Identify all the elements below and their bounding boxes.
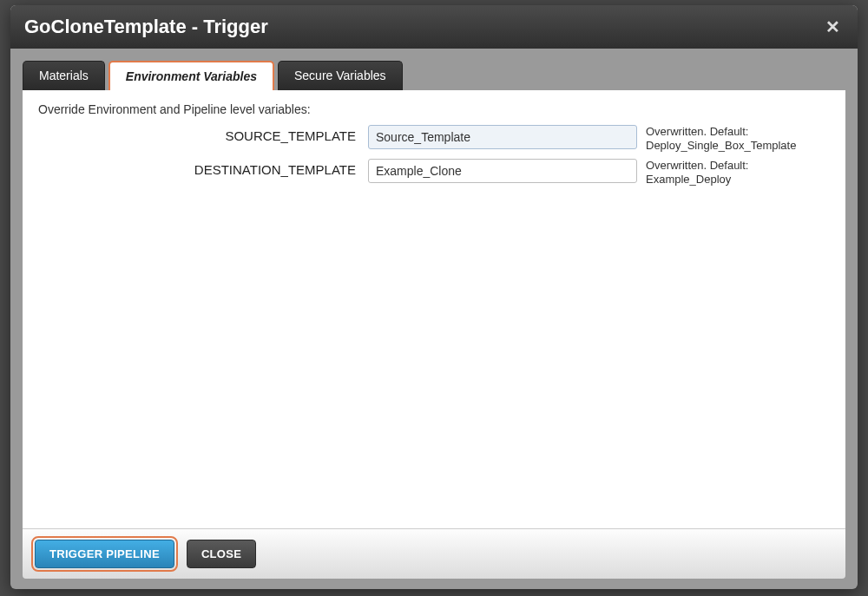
close-icon[interactable]: ✕ [822, 16, 844, 37]
tab-materials[interactable]: Materials [23, 61, 105, 90]
variable-name: SOURCE_TEMPLATE [38, 125, 368, 143]
source-template-input[interactable] [368, 125, 637, 149]
variable-input-wrap [368, 125, 637, 149]
modal-footer: TRIGGER PIPELINE CLOSE [23, 528, 845, 579]
override-description: Override Environment and Pipeline level … [38, 102, 830, 116]
tab-secure-variables[interactable]: Secure Variables [278, 61, 403, 90]
variable-name: DESTINATION_TEMPLATE [38, 159, 368, 177]
variable-hint: Overwritten. Default: Deploy_Single_Box_… [637, 125, 830, 154]
variable-input-wrap [368, 159, 637, 183]
tab-environment-variables[interactable]: Environment Variables [108, 61, 274, 90]
tab-content: Override Environment and Pipeline level … [23, 90, 845, 528]
modal-title: GoCloneTemplate - Trigger [24, 16, 268, 38]
close-button[interactable]: CLOSE [187, 540, 256, 568]
tabs: Materials Environment Variables Secure V… [10, 49, 858, 90]
modal-header: GoCloneTemplate - Trigger ✕ [10, 5, 858, 49]
variable-row: DESTINATION_TEMPLATE Overwritten. Defaul… [38, 159, 830, 187]
trigger-pipeline-button[interactable]: TRIGGER PIPELINE [35, 540, 174, 568]
destination-template-input[interactable] [368, 159, 637, 183]
trigger-modal: GoCloneTemplate - Trigger ✕ Materials En… [10, 5, 858, 589]
variable-hint: Overwritten. Default: Example_Deploy [637, 159, 830, 187]
variable-row: SOURCE_TEMPLATE Overwritten. Default: De… [38, 125, 830, 154]
